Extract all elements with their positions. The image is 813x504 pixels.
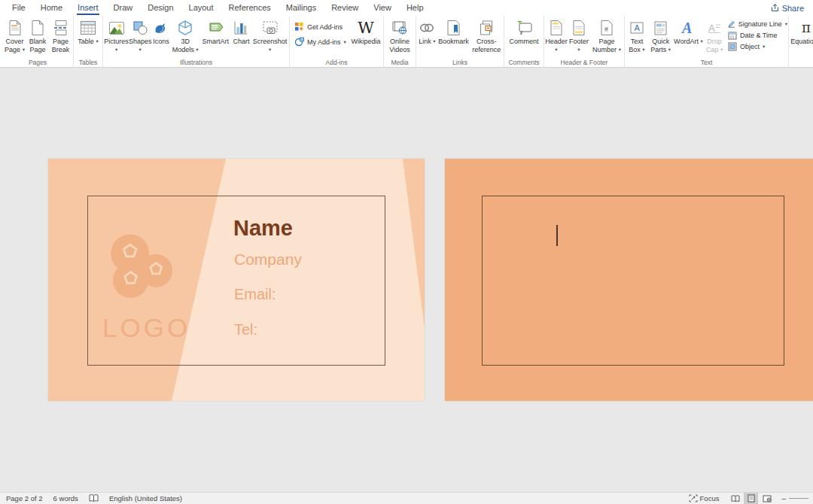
cross-reference-button[interactable]: Cross-reference: [470, 17, 503, 55]
document-canvas: LOGO Name Company Email: Tel:: [0, 68, 813, 492]
date-time-button[interactable]: Date & Time: [728, 31, 787, 40]
wikipedia-button[interactable]: W Wikipedia: [349, 17, 382, 46]
page-number-label: Page Number: [592, 38, 617, 53]
page-break-button[interactable]: Page Break: [49, 17, 72, 55]
zoom-slider[interactable]: [789, 498, 808, 499]
text-box-button[interactable]: A Text Box ▾: [626, 17, 648, 55]
svg-text:A: A: [634, 23, 640, 32]
tab-insert[interactable]: Insert: [70, 0, 106, 16]
tab-file[interactable]: File: [5, 0, 33, 16]
online-videos-icon: [392, 19, 407, 37]
group-symbols: π Equation ▾: [789, 16, 813, 67]
online-videos-button[interactable]: Online Videos: [385, 17, 415, 55]
tab-draw[interactable]: Draw: [106, 0, 141, 16]
focus-mode-button[interactable]: Focus: [689, 494, 720, 502]
link-icon: [419, 19, 434, 37]
cross-reference-icon: [480, 19, 493, 37]
read-mode-button[interactable]: [728, 493, 742, 504]
icons-button[interactable]: Icons: [151, 17, 170, 46]
tab-view[interactable]: View: [366, 0, 399, 16]
chevron-down-icon: ▾: [700, 38, 702, 44]
my-addins-label: My Add-ins: [307, 38, 341, 46]
3d-models-button[interactable]: 3D Models ▾: [171, 17, 200, 55]
business-card-front-page[interactable]: LOGO Name Company Email: Tel:: [48, 159, 425, 401]
equation-button[interactable]: π Equation ▾: [790, 17, 813, 46]
pictures-icon: [109, 19, 124, 37]
icons-bird-icon: [154, 19, 169, 37]
tab-help[interactable]: Help: [399, 0, 431, 16]
page-indicator[interactable]: Page 2 of 2: [6, 494, 43, 502]
group-label-header-footer: Header & Footer: [544, 59, 624, 66]
ribbon: Cover Page ▾ Blank Page Page Break Pages…: [0, 16, 813, 68]
print-layout-button[interactable]: [744, 493, 758, 504]
tab-mailings[interactable]: Mailings: [279, 0, 324, 16]
tab-review[interactable]: Review: [324, 0, 366, 16]
card-tel-text: Tel:: [234, 321, 257, 339]
business-card-back-page[interactable]: [445, 159, 813, 401]
group-label-comments: Comments: [504, 59, 544, 66]
my-addins-button[interactable]: My Add-ins ▾: [294, 37, 349, 47]
smartart-label: SmartArt: [202, 38, 230, 45]
footer-button[interactable]: Footer ▾: [568, 17, 590, 55]
icons-label: Icons: [153, 38, 169, 45]
chevron-down-icon: ▾: [763, 44, 765, 50]
wikipedia-label: Wikipedia: [351, 38, 380, 45]
tab-view-label: View: [373, 1, 392, 15]
equation-pi-icon: π: [802, 21, 811, 35]
word-count[interactable]: 6 words: [53, 494, 78, 502]
get-addins-button[interactable]: Get Add-ins: [294, 22, 349, 32]
tab-home[interactable]: Home: [33, 0, 70, 16]
smartart-button[interactable]: SmartArt: [200, 17, 231, 46]
date-time-label: Date & Time: [740, 32, 778, 39]
focus-label: Focus: [700, 494, 720, 502]
blank-page-button[interactable]: Blank Page: [26, 17, 49, 55]
screenshot-button[interactable]: Screenshot ▾: [251, 17, 288, 55]
tab-references[interactable]: References: [221, 0, 279, 16]
screenshot-label: Screenshot: [253, 38, 288, 45]
bookmark-button[interactable]: Bookmark: [437, 17, 470, 46]
signature-line-button[interactable]: Signature Line ▾: [728, 20, 787, 29]
chevron-down-icon: ▾: [433, 38, 435, 44]
read-mode-icon: [731, 495, 740, 502]
word-count-label: 6 words: [53, 494, 78, 502]
card-email-text: Email:: [234, 286, 276, 303]
share-button[interactable]: Share: [762, 0, 813, 16]
cover-page-button[interactable]: Cover Page ▾: [3, 17, 26, 55]
tab-help-label: Help: [406, 1, 425, 15]
object-button[interactable]: Object ▾: [728, 42, 787, 51]
chart-button[interactable]: Chart: [231, 17, 251, 46]
word-window: File Home Insert Draw Design Layout Refe…: [0, 0, 813, 504]
tab-design[interactable]: Design: [140, 0, 181, 16]
berries-logo-icon: [105, 231, 181, 306]
header-button[interactable]: Header ▾: [545, 17, 568, 55]
page-number-button[interactable]: # Page Number ▾: [590, 17, 623, 55]
wordart-button[interactable]: A WordArt ▾: [674, 17, 704, 46]
shapes-button[interactable]: Shapes ▾: [129, 17, 151, 55]
3d-models-label: 3D Models: [172, 38, 194, 53]
tab-review-label: Review: [330, 1, 359, 15]
pictures-button[interactable]: Pictures ▾: [104, 17, 129, 55]
chevron-down-icon: ▾: [196, 47, 198, 52]
blank-page-label: Blank Page: [29, 38, 47, 53]
proofing-status[interactable]: [89, 494, 99, 502]
smartart-icon: [208, 19, 224, 37]
language-status[interactable]: English (United States): [109, 494, 182, 502]
proofing-book-icon: [89, 494, 99, 502]
zoom-out-button[interactable]: –: [781, 494, 786, 502]
footer-label: Footer: [569, 38, 589, 45]
link-button[interactable]: Link ▾: [417, 17, 437, 46]
comment-button[interactable]: Comment: [505, 17, 543, 46]
shapes-icon: [133, 19, 148, 37]
web-layout-button[interactable]: [760, 493, 774, 504]
wordart-icon: A: [680, 19, 696, 37]
zoom-out-glyph: –: [781, 494, 786, 502]
drop-cap-label: Drop Cap: [706, 38, 722, 53]
tab-layout[interactable]: Layout: [181, 0, 221, 16]
web-layout-icon: [763, 495, 772, 502]
table-button[interactable]: Table ▾: [75, 17, 102, 46]
svg-text:#: #: [604, 26, 608, 33]
footer-icon: [573, 19, 585, 37]
chart-label: Chart: [233, 38, 249, 45]
quick-parts-button[interactable]: Quick Parts ▾: [648, 17, 674, 55]
text-box-icon: A: [630, 19, 644, 37]
